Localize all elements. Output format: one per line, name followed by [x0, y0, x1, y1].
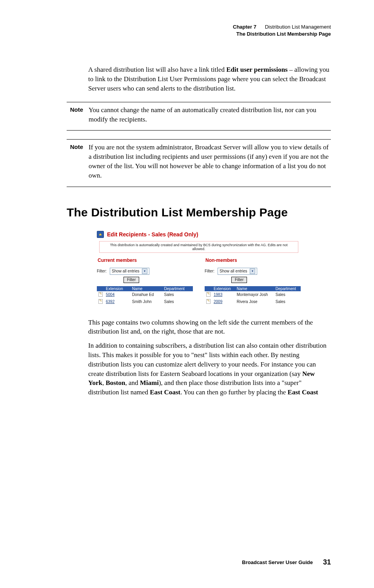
body-paragraph-2: This page contains two columns showing o…: [88, 318, 331, 337]
chapter-title: Distribution List Management: [265, 24, 331, 30]
extension-link[interactable]: 5004: [104, 291, 131, 298]
col-name[interactable]: Name: [131, 286, 163, 291]
col-extension[interactable]: Extension: [104, 286, 131, 291]
col-department[interactable]: Department: [163, 286, 193, 291]
edit-icon[interactable]: [206, 299, 211, 304]
filter-select-value: Show all entries: [220, 269, 247, 273]
page-heading: The Distribution List Membership Page: [67, 206, 331, 219]
current-members-column: Current members Filter: Show all entries…: [97, 255, 193, 305]
cell-name: Donahue Ed: [131, 291, 163, 298]
cell-dept: Sales: [163, 291, 193, 298]
filter-label: Filter:: [97, 269, 107, 273]
col-department[interactable]: Department: [274, 286, 301, 291]
cell-dept: Sales: [274, 298, 301, 305]
non-members-table: Extension Name Department 1983 Montemayo…: [205, 286, 301, 305]
cell-name: Rivera Jose: [235, 298, 274, 305]
note-label: Note: [67, 143, 83, 150]
edit-recipients-screenshot: Edit Recipients - Sales (Read Only) This…: [93, 228, 305, 307]
cell-dept: Sales: [274, 291, 301, 298]
body-paragraph-3: In addition to containing subscribers, a…: [88, 341, 331, 397]
non-members-title: Non-members: [205, 258, 301, 263]
section-title: The Distribution List Membership Page: [67, 31, 331, 38]
current-members-table: Extension Name Department 5004 Donahue E…: [97, 286, 193, 305]
table-row: 2009 Rivera Jose Sales: [205, 298, 301, 305]
footer-title: Broadcast Server User Guide: [242, 559, 313, 565]
note-text: You cannot change the name of an automat…: [89, 105, 331, 124]
col-name[interactable]: Name: [235, 286, 274, 291]
app-icon: [97, 231, 104, 238]
col-icon: [205, 286, 212, 291]
chevron-down-icon: ▾: [250, 269, 255, 274]
running-header: Chapter 7 Distribution List Management T…: [67, 24, 331, 38]
note-text: If you are not the system administrator,…: [89, 143, 331, 180]
filter-button[interactable]: Filter: [231, 277, 247, 283]
non-members-column: Non-members Filter: Show all entries ▾ F…: [205, 255, 301, 305]
col-icon: [97, 286, 104, 291]
table-row: 6392 Smith John Sales: [97, 298, 193, 305]
cell-name: Montemayor Josh: [235, 291, 274, 298]
filter-select-value: Show all entries: [112, 269, 140, 273]
current-members-title: Current members: [98, 258, 193, 263]
edit-icon[interactable]: [206, 292, 211, 297]
edit-icon[interactable]: [98, 292, 103, 297]
col-extension[interactable]: Extension: [212, 286, 235, 291]
extension-link[interactable]: 6392: [104, 298, 131, 305]
edit-user-permissions-phrase: Edit user permissions: [226, 66, 288, 73]
filter-select[interactable]: Show all entries ▾: [218, 268, 257, 275]
extension-link[interactable]: 1983: [212, 291, 235, 298]
filter-label: Filter:: [205, 269, 214, 273]
svg-marker-0: [99, 233, 102, 236]
chevron-down-icon: ▾: [142, 269, 147, 274]
extension-link[interactable]: 2009: [212, 298, 235, 305]
readonly-message: This distribution is automatically creat…: [99, 241, 298, 253]
table-row: 1983 Montemayor Josh Sales: [205, 291, 301, 298]
chapter-label: Chapter 7: [233, 24, 256, 30]
note-2: Note If you are not the system administr…: [67, 139, 331, 187]
intro-paragraph: A shared distribution list will also hav…: [88, 65, 331, 93]
filter-select[interactable]: Show all entries ▾: [110, 268, 149, 275]
edit-icon[interactable]: [98, 299, 103, 304]
dialog-title: Edit Recipients - Sales (Read Only): [107, 231, 198, 238]
cell-dept: Sales: [163, 298, 193, 305]
cell-name: Smith John: [131, 298, 163, 305]
note-1: Note You cannot change the name of an au…: [67, 102, 331, 131]
page-footer: Broadcast Server User Guide 31: [67, 558, 331, 566]
table-row: 5004 Donahue Ed Sales: [97, 291, 193, 298]
filter-button[interactable]: Filter: [123, 277, 139, 283]
page-number: 31: [323, 558, 331, 566]
note-label: Note: [67, 105, 83, 113]
